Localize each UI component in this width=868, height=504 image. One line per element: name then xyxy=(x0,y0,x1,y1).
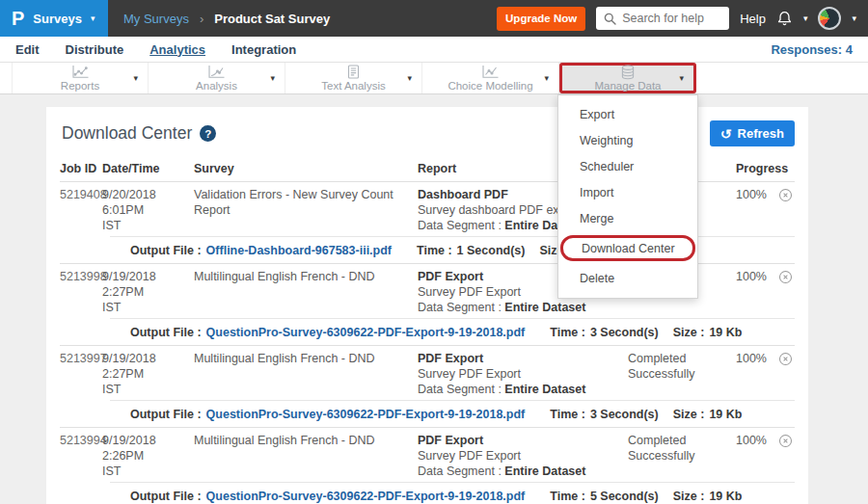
cancel-job-icon[interactable] xyxy=(778,352,793,397)
chevron-down-icon[interactable]: ▾ xyxy=(852,13,856,23)
report-description: Survey PDF Export xyxy=(418,448,620,464)
breadcrumb-my-surveys[interactable]: My Surveys xyxy=(123,12,189,26)
breadcrumb-current: Product Sat Survey xyxy=(214,12,330,26)
menu-item-import[interactable]: Import xyxy=(558,179,697,205)
job-survey: Multilingual English French - DND xyxy=(194,351,418,397)
output-file-link[interactable]: QuestionPro-Survey-6309622-PDF-Export-9-… xyxy=(206,490,526,503)
output-file-row: Output File :QuestionPro-Survey-6309622-… xyxy=(110,318,795,345)
size-label: Size : xyxy=(673,408,705,421)
output-file-label: Output File : xyxy=(130,490,202,503)
document-icon xyxy=(346,65,361,79)
menu-item-merge[interactable]: Merge xyxy=(558,205,697,231)
help-link[interactable]: Help xyxy=(740,12,766,26)
chevron-down-icon[interactable]: ▾ xyxy=(803,13,808,23)
time-label: Time : xyxy=(417,244,452,257)
job-progress: 100% xyxy=(724,351,769,397)
time-value: 3 Second(s) xyxy=(590,408,659,421)
avatar[interactable] xyxy=(818,7,841,30)
search-icon xyxy=(604,13,616,25)
tab-integration[interactable]: Integration xyxy=(231,42,296,57)
job-survey: Multilingual English French - DND xyxy=(194,269,418,315)
upgrade-now-button[interactable]: Upgrade Now xyxy=(497,7,585,31)
output-file-link[interactable]: Offline-Dashboard-967583-iii.pdf xyxy=(206,244,392,257)
nav-tabs: EditDistributeAnalyticsIntegration xyxy=(15,42,296,57)
time-label: Time : xyxy=(550,408,585,421)
surveys-label: Surveys xyxy=(33,12,82,26)
job-datetime: 9/20/2018 6:01PM IST xyxy=(102,187,194,233)
job-id: 5219408 xyxy=(60,187,102,233)
size-value: 19 Kb xyxy=(709,326,742,339)
chevron-down-icon: ▾ xyxy=(407,73,412,83)
line-chart-icon xyxy=(71,65,90,79)
scatter-chart-icon xyxy=(481,65,500,79)
topbar: P Surveys ▾ My Surveys › Product Sat Sur… xyxy=(0,0,868,37)
chevron-down-icon: ▾ xyxy=(679,73,684,83)
job-id: 5213997 xyxy=(60,351,102,397)
time-value: 1 Second(s) xyxy=(457,244,526,257)
responses-count[interactable]: Responses: 4 xyxy=(771,42,853,57)
help-search[interactable] xyxy=(596,7,729,30)
table-row: 5213997 9/19/2018 2:27PM IST Multilingua… xyxy=(60,346,795,428)
cancel-job-icon[interactable] xyxy=(778,188,793,233)
time-value: 5 Second(s) xyxy=(590,490,659,503)
help-circle-icon[interactable]: ? xyxy=(200,125,216,142)
size-value: 19 Kb xyxy=(709,408,742,421)
data-segment: Data Segment : Entire Dataset xyxy=(418,464,620,479)
menu-item-scheduler[interactable]: Scheduler xyxy=(558,153,697,179)
manage-data-menu: ExportWeightingSchedulerImportMergeDownl… xyxy=(557,94,698,299)
output-file-link[interactable]: QuestionPro-Survey-6309622-PDF-Export-9-… xyxy=(206,408,526,421)
output-file-label: Output File : xyxy=(130,244,202,257)
job-report: PDF Export Survey PDF Export Data Segmen… xyxy=(418,433,628,479)
menu-item-download-center[interactable]: Download Center xyxy=(560,235,695,261)
notifications-bell-icon[interactable] xyxy=(776,11,793,27)
size-value: 19 Kb xyxy=(709,490,742,503)
menu-item-export[interactable]: Export xyxy=(558,101,697,127)
chevron-down-icon: ▾ xyxy=(270,73,275,83)
topbar-right: Upgrade Now Help ▾ ▾ xyxy=(497,7,868,31)
job-status: Completed Successfully xyxy=(628,351,724,397)
app-logo: P xyxy=(12,9,24,28)
refresh-button[interactable]: ↺ Refresh xyxy=(710,120,795,146)
search-input[interactable] xyxy=(622,12,721,25)
table-row: 5213994 9/19/2018 2:26PM IST Multilingua… xyxy=(60,428,795,504)
job-progress: 100% xyxy=(724,269,769,315)
chevron-down-icon: ▾ xyxy=(91,13,95,23)
breadcrumb-separator: › xyxy=(200,12,203,26)
cancel-job-icon[interactable] xyxy=(778,434,793,479)
output-file-row: Output File :QuestionPro-Survey-6309622-… xyxy=(110,400,795,427)
toolbar-text-analysis[interactable]: Text Analysis▾ xyxy=(285,63,422,93)
output-file-link[interactable]: QuestionPro-Survey-6309622-PDF-Export-9-… xyxy=(206,326,526,339)
job-report: PDF Export Survey PDF Export Data Segmen… xyxy=(418,351,628,397)
menu-item-delete[interactable]: Delete xyxy=(558,265,697,291)
job-progress: 100% xyxy=(724,433,769,479)
size-label: Size : xyxy=(673,490,705,503)
col-header-job-id: Job ID xyxy=(60,162,102,175)
surveys-dropdown[interactable]: P Surveys ▾ xyxy=(0,0,108,37)
col-header-date-time: Date/Time xyxy=(102,162,194,175)
job-datetime: 9/19/2018 2:27PM IST xyxy=(102,351,194,397)
refresh-label: Refresh xyxy=(738,126,784,141)
output-file-label: Output File : xyxy=(130,408,202,421)
col-header-progress: Progress xyxy=(724,162,769,175)
job-status: Completed Successfully xyxy=(628,433,724,479)
col-header-survey: Survey xyxy=(194,162,418,175)
toolbar-choice-modelling[interactable]: Choice Modelling▾ xyxy=(422,63,559,93)
output-file-row: Output File :QuestionPro-Survey-6309622-… xyxy=(110,482,795,504)
toolbar-reports[interactable]: Reports▾ xyxy=(12,63,149,93)
tab-analytics[interactable]: Analytics xyxy=(149,42,205,57)
menu-item-weighting[interactable]: Weighting xyxy=(558,127,697,153)
cancel-job-icon[interactable] xyxy=(778,270,793,315)
tab-edit[interactable]: Edit xyxy=(15,42,40,57)
chevron-down-icon: ▾ xyxy=(544,73,549,83)
refresh-icon: ↺ xyxy=(720,127,732,141)
output-file-label: Output File : xyxy=(130,326,202,339)
time-label: Time : xyxy=(550,326,585,339)
toolbar-analysis[interactable]: Analysis▾ xyxy=(149,63,285,93)
database-icon xyxy=(620,65,636,79)
report-title: PDF Export xyxy=(418,351,620,366)
tab-distribute[interactable]: Distribute xyxy=(66,42,124,57)
job-survey: Validation Errors - New Survey Count Rep… xyxy=(194,187,418,233)
toolbar-manage-data[interactable]: Manage Data▾ xyxy=(559,63,696,93)
job-datetime: 9/19/2018 2:26PM IST xyxy=(102,433,194,479)
size-label: Size : xyxy=(673,326,705,339)
